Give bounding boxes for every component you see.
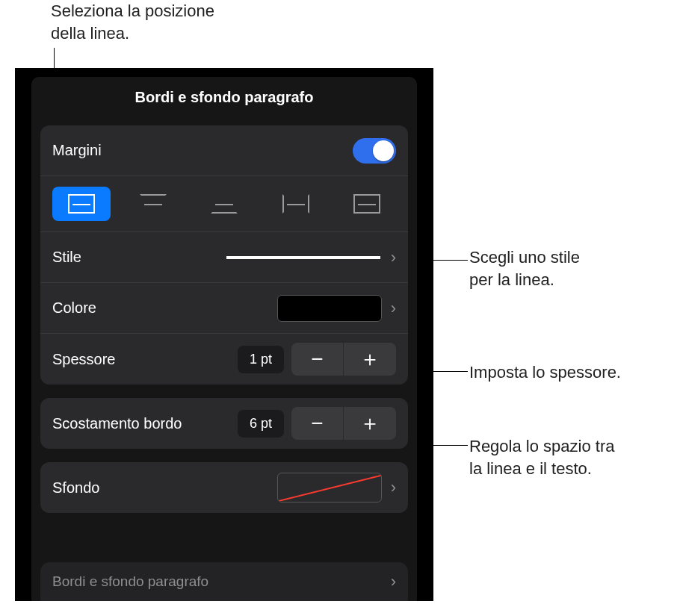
section-borders: Margini (40, 125, 408, 385)
color-swatch (277, 295, 382, 322)
settings-panel: Bordi e sfondo paragrafo Margini (15, 68, 433, 601)
section-background: Sfondo › (40, 462, 408, 513)
position-sides-icon (282, 194, 309, 214)
position-bottom-button[interactable] (195, 187, 253, 221)
bottom-bar-label: Bordi e sfondo paragrafo (52, 573, 208, 590)
callout-thickness: Imposta lo spessore. (469, 361, 621, 384)
callout-position: Seleziona la posizione della linea. (51, 0, 214, 44)
background-none-swatch-icon (277, 473, 382, 503)
offset-row: Scostamento bordo 6 pt − ＋ (40, 398, 408, 449)
offset-increase-button[interactable]: ＋ (344, 407, 396, 440)
chevron-right-icon: › (391, 299, 396, 318)
thickness-increase-button[interactable]: ＋ (344, 343, 396, 376)
position-all-button[interactable] (338, 187, 396, 221)
bottom-bar-button[interactable]: Bordi e sfondo paragrafo › (40, 562, 408, 601)
margins-row: Margini (40, 125, 408, 176)
offset-decrease-button[interactable]: − (291, 407, 344, 440)
callout-offset: Regola lo spazio tra la linea e il testo… (469, 435, 614, 479)
panel-title: Bordi e sfondo paragrafo (31, 77, 417, 121)
offset-label: Scostamento bordo (52, 415, 238, 432)
margins-label: Margini (52, 142, 353, 159)
color-row[interactable]: Colore › (40, 283, 408, 334)
chevron-right-icon: › (391, 248, 396, 267)
chevron-right-icon: › (391, 572, 396, 591)
position-box-icon (68, 194, 95, 214)
position-top-button[interactable] (124, 187, 182, 221)
thickness-value: 1 pt (238, 346, 284, 373)
thickness-decrease-button[interactable]: − (291, 343, 344, 376)
position-bottom-icon (211, 194, 238, 214)
thickness-stepper: − ＋ (291, 343, 396, 376)
style-row[interactable]: Stile › (40, 232, 408, 283)
border-position-picker (40, 176, 408, 232)
thickness-row: Spessore 1 pt − ＋ (40, 334, 408, 385)
line-style-preview-icon (226, 256, 380, 259)
offset-stepper: − ＋ (291, 407, 396, 440)
chevron-right-icon: › (391, 478, 396, 497)
margins-toggle[interactable] (353, 138, 396, 164)
section-offset: Scostamento bordo 6 pt − ＋ (40, 398, 408, 449)
background-row[interactable]: Sfondo › (40, 462, 408, 513)
position-all-icon (353, 194, 380, 214)
offset-value: 6 pt (238, 410, 284, 438)
position-top-icon (140, 194, 167, 214)
position-box-button[interactable] (52, 187, 111, 221)
style-label: Stile (52, 249, 205, 266)
thickness-label: Spessore (52, 351, 238, 368)
color-label: Colore (52, 299, 277, 317)
position-sides-button[interactable] (267, 187, 325, 221)
callout-style: Scegli uno stile per la linea. (469, 246, 580, 290)
background-label: Sfondo (52, 479, 277, 497)
